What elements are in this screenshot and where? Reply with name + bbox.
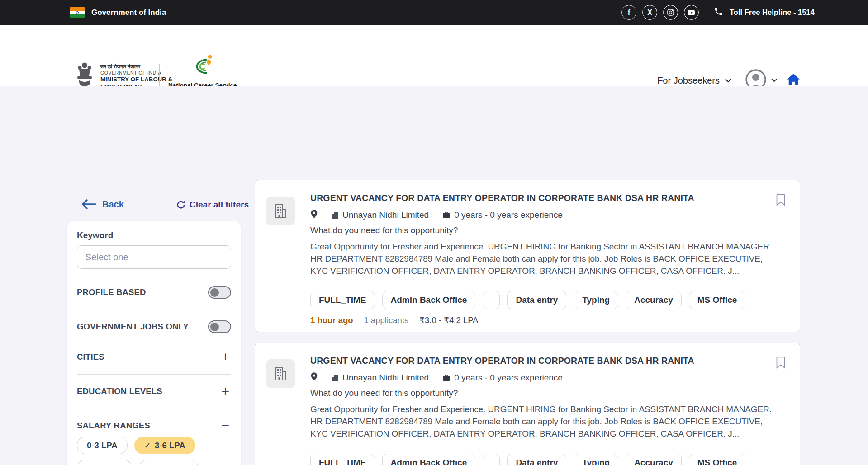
keyword-label: Keyword <box>77 230 113 240</box>
tag-admin-back-office[interactable]: Admin Back Office <box>382 454 476 465</box>
refresh-icon <box>176 200 185 209</box>
job-question: What do you need for this opportunity? <box>310 388 458 398</box>
for-jobseekers-dropdown[interactable]: For Jobseekers <box>657 75 731 86</box>
salary-chip-0-3[interactable]: 0-3 LPA <box>77 437 128 454</box>
building-icon <box>273 366 288 382</box>
instagram-icon[interactable] <box>663 5 678 20</box>
site-header: श्रम एवं रोजगार मंत्रालय GOVERNMENT OF I… <box>0 25 868 86</box>
tag-data-entry[interactable]: Data entry <box>507 291 566 309</box>
india-flag-icon <box>70 7 85 18</box>
salary-ranges-label: SALARY RANGES <box>77 421 150 431</box>
company-icon <box>332 374 339 381</box>
salary-collapse-minus-icon[interactable]: − <box>221 419 231 432</box>
youtube-icon[interactable] <box>684 5 699 20</box>
salary-chip-6-10[interactable]: 6-10 LPA <box>77 460 132 465</box>
account-chevron-down-icon[interactable] <box>771 79 777 82</box>
briefcase-icon <box>442 211 451 219</box>
chevron-down-icon <box>725 79 731 83</box>
tag-ms-office[interactable]: MS Office <box>689 291 746 309</box>
bookmark-icon[interactable] <box>776 357 785 371</box>
posted-time: 1 hour ago <box>310 315 353 325</box>
company-logo-placeholder <box>266 197 295 225</box>
government-jobs-label: GOVERNMENT JOBS ONLY <box>77 322 189 332</box>
job-description: Great Opportunity for Fresher and Experi… <box>310 240 777 277</box>
government-topbar: Government of India f X Toll Free Helpli… <box>0 0 868 25</box>
tag-full-time[interactable]: FULL_TIME <box>310 454 375 465</box>
check-icon: ✓ <box>144 441 152 451</box>
tag-ms-office[interactable]: MS Office <box>689 454 746 465</box>
profile-based-toggle[interactable] <box>208 286 231 299</box>
tag-admin-back-office[interactable]: Admin Back Office <box>382 291 476 309</box>
salary-range: ₹3.0 - ₹4.2 LPA <box>419 315 478 325</box>
education-levels-label: EDUCATION LEVELS <box>77 386 162 396</box>
home-icon[interactable] <box>787 74 800 87</box>
job-card[interactable]: URGENT VACANCY FOR DATA ENTRY OPERATOR I… <box>255 343 800 465</box>
experience: 0 years - 0 years experience <box>454 373 563 383</box>
location-pin-icon <box>310 372 318 384</box>
filters-panel: Keyword PROFILE BASED GOVERNMENT JOBS ON… <box>67 221 241 465</box>
india-emblem-icon <box>75 61 95 89</box>
company-name: Unnayan Nidhi Limited <box>342 210 429 220</box>
job-description: Great Opportunity for Fresher and Experi… <box>310 403 777 440</box>
government-jobs-toggle[interactable] <box>208 320 231 333</box>
divider <box>77 408 231 408</box>
tag-typing[interactable]: Typing <box>574 454 618 465</box>
helpline-label: Toll Free Helpline - 1514 <box>730 8 815 17</box>
divider <box>77 374 231 375</box>
arrow-left-icon <box>81 199 97 210</box>
profile-based-label: PROFILE BASED <box>77 287 146 297</box>
ncs-swirl-icon <box>187 54 215 79</box>
job-card[interactable]: URGENT VACANCY FOR DATA ENTRY OPERATOR I… <box>255 180 800 332</box>
applicants-count: 1 applicants <box>364 315 409 325</box>
keyword-input[interactable] <box>77 245 231 269</box>
experience: 0 years - 0 years experience <box>454 210 563 220</box>
company-icon <box>332 211 339 219</box>
back-button[interactable]: Back <box>81 199 124 210</box>
job-question: What do you need for this opportunity? <box>310 225 458 235</box>
tag-data-entry[interactable]: Data entry <box>507 454 566 465</box>
tag-empty[interactable] <box>483 291 500 309</box>
education-expand-plus-icon[interactable]: + <box>221 385 231 398</box>
government-of-india-label: Government of India <box>91 0 166 25</box>
tag-accuracy[interactable]: Accuracy <box>626 454 682 465</box>
company-logo-placeholder <box>266 359 295 388</box>
clear-all-filters-button[interactable]: Clear all filters <box>176 200 249 210</box>
cities-label: CITIES <box>77 352 104 362</box>
tag-typing[interactable]: Typing <box>574 291 618 309</box>
tag-full-time[interactable]: FULL_TIME <box>310 291 375 309</box>
tag-accuracy[interactable]: Accuracy <box>626 291 682 309</box>
facebook-icon[interactable]: f <box>621 5 636 20</box>
x-twitter-icon[interactable]: X <box>642 5 657 20</box>
content-area: Back Clear all filters 970 jobs found So… <box>0 86 868 465</box>
briefcase-icon <box>442 374 451 381</box>
salary-chip-10-15[interactable]: 10-15 LPA <box>139 460 199 465</box>
building-icon <box>273 203 288 219</box>
cities-expand-plus-icon[interactable]: + <box>221 350 231 364</box>
location-pin-icon <box>310 209 318 221</box>
phone-icon <box>714 7 723 18</box>
salary-chip-3-6-selected[interactable]: ✓ 3-6 LPA <box>134 437 195 454</box>
company-name: Unnayan Nidhi Limited <box>342 373 429 383</box>
tag-empty[interactable] <box>483 454 500 465</box>
bookmark-icon[interactable] <box>776 194 785 208</box>
